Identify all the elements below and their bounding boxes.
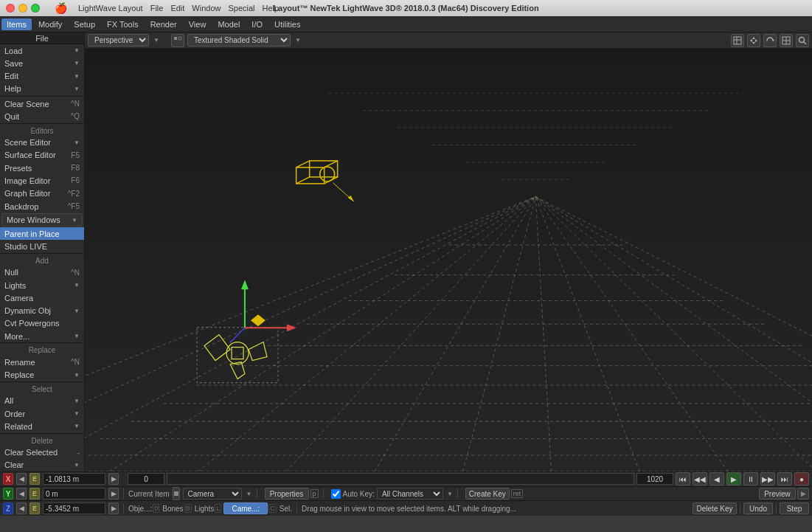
tab-io[interactable]: I/O [246,18,268,30]
tab-render[interactable]: Render [145,18,182,30]
clear-scene-shortcut: ^N [71,100,80,108]
step-btn[interactable]: Step [780,502,809,514]
search-view-icon[interactable] [796,34,809,47]
cvt-powergons-btn[interactable]: Cvt Powergons [0,317,84,330]
frame-end-input[interactable] [636,473,673,485]
z-decrement-btn[interactable]: ◀ [16,502,27,514]
load-btn[interactable]: Load ▼ [0,44,84,57]
camera-btn[interactable]: Camera [0,291,84,304]
parent-in-place-btn[interactable]: Parent in Place [0,227,84,240]
play-btn[interactable]: ▶ [726,472,741,486]
menu-window[interactable]: Window [192,4,221,13]
graph-editor-btn[interactable]: Graph Editor ^F2 [0,187,84,200]
minimize-button[interactable] [18,4,27,13]
tab-view[interactable]: View [184,18,212,30]
help-label: Help [4,84,21,93]
rotate-view-icon[interactable] [763,34,777,47]
close-button[interactable] [6,4,15,13]
menu-edit[interactable]: Edit [170,4,184,13]
presets-btn[interactable]: Presets F8 [0,162,84,174]
y-envelope-btn[interactable]: E [30,488,40,500]
y-increment-btn[interactable]: ▶ [108,488,119,500]
replace-title: Replace [0,342,84,356]
load-label: Load [4,46,22,55]
tab-setup[interactable]: Setup [69,18,100,30]
edit-btn[interactable]: Edit ▼ [0,70,84,83]
y-decrement-btn[interactable]: ◀ [16,488,27,500]
apple-menu[interactable]: 🍎 [55,2,67,14]
z-increment-btn[interactable]: ▶ [108,502,119,514]
save-btn[interactable]: Save ▼ [0,57,84,69]
all-btn[interactable]: All ▼ [0,395,84,407]
z-position-input[interactable] [43,502,105,514]
goto-start-btn[interactable]: ⏮ [676,472,690,486]
help-btn[interactable]: Help ▼ [0,83,84,95]
cameras-active-btn[interactable]: Came...: [223,502,268,514]
dynamic-obj-btn[interactable]: Dynamic Obj ▼ [0,304,84,317]
surface-editor-btn[interactable]: Surface Editor F5 [0,149,84,162]
backdrop-btn[interactable]: Backdrop ^F5 [0,200,84,213]
pause-btn[interactable]: ⏸ [743,472,758,486]
preview-btn[interactable]: Preview [759,488,796,500]
related-btn[interactable]: Related ▼ [0,420,84,432]
preview-settings-btn[interactable]: ▶ [797,488,809,500]
studio-live-btn[interactable]: Studio LIVE [0,240,84,252]
quit-btn[interactable]: Quit ^Q [0,110,84,122]
z-envelope-btn[interactable]: E [30,502,40,514]
menu-special[interactable]: Special [228,4,254,13]
auto-key-select[interactable]: All Channels [377,488,443,500]
view-mode-select[interactable]: Perspective [88,34,149,46]
play-reverse-btn[interactable]: ◀ [709,472,724,486]
tab-modify[interactable]: Modify [33,18,67,30]
order-btn[interactable]: Order ▼ [0,407,84,420]
undo-btn[interactable]: Undo [743,502,773,514]
more-windows-btn[interactable]: More Windows ▼ [1,213,83,227]
record-btn[interactable]: ● [794,472,809,486]
properties-btn[interactable]: Properties [265,488,309,500]
shading-mode-select[interactable]: Textured Shaded Solid [187,34,291,46]
y-position-input[interactable] [43,488,105,500]
null-label: Null [4,268,18,277]
more-btn[interactable]: More... ▼ [0,330,84,342]
x-envelope-btn[interactable]: E [30,473,40,485]
rename-btn[interactable]: Rename ^N [0,356,84,368]
divider1 [0,96,84,97]
current-item-select[interactable]: Camera [183,488,242,500]
frame-start-input[interactable] [128,473,164,485]
grid-toggle-icon[interactable] [731,34,744,47]
tab-model[interactable]: Model [212,18,245,30]
menu-lightwave[interactable]: LightWave Layout [78,4,143,13]
clear-btn[interactable]: Clear ▼ [0,459,84,471]
tab-items[interactable]: Items [1,18,32,30]
step-label: Step [787,505,802,513]
auto-key-checkbox[interactable] [331,489,341,499]
move-view-icon[interactable] [747,34,760,47]
tab-utilities[interactable]: Utilities [269,18,305,30]
timeline-ruler[interactable] [167,473,634,485]
menu-file[interactable]: File [150,4,164,13]
bones-shortcut: B [184,504,192,513]
tab-fx-tools[interactable]: FX Tools [102,18,144,30]
lights-btn[interactable]: Lights ▼ [0,279,84,291]
maximize-button[interactable] [31,4,40,13]
replace-btn[interactable]: Replace ▼ [0,369,84,381]
scene-editor-btn[interactable]: Scene Editor ▼ [0,137,84,149]
step-back-btn[interactable]: ◀◀ [693,472,707,486]
viewport-canvas[interactable] [85,49,812,471]
create-key-btn[interactable]: Create Key [465,488,510,500]
viewport-area: Perspective ▼ Textured Shaded Solid ▼ [85,32,812,471]
delete-key-label: Delete Key [697,505,733,513]
delete-key-btn[interactable]: Delete Key [693,502,737,514]
goto-end-btn[interactable]: ⏭ [777,472,792,486]
play-forward-btn[interactable]: ▶▶ [760,472,775,486]
surface-editor-shortcut: F5 [71,151,80,159]
null-btn[interactable]: Null ^N [0,266,84,279]
x-position-input[interactable] [43,473,105,485]
clear-selected-btn[interactable]: Clear Selected - [0,446,84,459]
clear-scene-btn[interactable]: Clear Scene ^N [0,97,84,110]
image-editor-btn[interactable]: Image Editor F6 [0,174,84,187]
x-increment-btn[interactable]: ▶ [108,473,119,485]
x-decrement-btn[interactable]: ◀ [16,473,27,485]
maximize-view-icon[interactable] [780,34,793,47]
rename-shortcut: ^N [71,358,80,366]
